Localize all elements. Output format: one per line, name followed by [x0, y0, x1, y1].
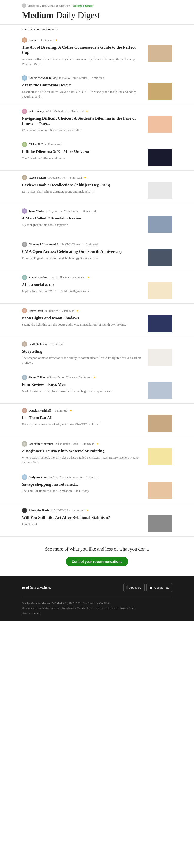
author-3[interactable]: B.R. Shenoy [29, 110, 44, 113]
star-icon-5: ★ [84, 176, 87, 180]
help-center-link[interactable]: Help Center [105, 607, 118, 610]
dot-separator: · [71, 4, 72, 7]
article-title-13[interactable]: A Beginner's Journey into Watercolor Pai… [22, 448, 144, 454]
article-title-14[interactable]: Savage shopping has returned... [22, 482, 144, 487]
dot-9: · [59, 309, 60, 313]
article-card-8[interactable]: Thomas Stokesin UX Collective·5 min read… [0, 271, 194, 304]
article-text-10: StorytellingThe weapon of mass attractio… [22, 349, 144, 365]
careers-link[interactable]: Careers [95, 607, 103, 610]
article-title-12[interactable]: Let Them Eat AI [22, 415, 144, 421]
star-icon-1: ★ [55, 38, 58, 42]
author-8[interactable]: Thomas Stokes [29, 276, 47, 279]
article-thumb-14 [148, 482, 172, 499]
author-11[interactable]: Simon Dillon [29, 376, 45, 379]
author-15[interactable]: Alexander Razin [29, 509, 50, 512]
article-body-9: Neon Lights and Moon ShadowsSeeing the l… [22, 315, 172, 332]
article-title-11[interactable]: Film Review—Enys Men [22, 382, 144, 387]
read-label: Read from anywhere. [22, 586, 51, 590]
article-title-6[interactable]: A Man Called Otto—Film Review [22, 216, 144, 221]
article-thumb-6 [148, 216, 172, 232]
article-title-8[interactable]: AI is a social actor [22, 282, 144, 287]
article-body-4: Infinite Dilemma 3: No More UniversesThe… [22, 149, 172, 166]
article-card-6[interactable]: JamieWritesin Anyone Can Write Online·3 … [0, 204, 194, 237]
article-thumb-12 [148, 415, 172, 432]
publication-3: in The Motherload [45, 110, 67, 113]
article-body-2: Art in the California DesertDesert art i… [22, 83, 172, 99]
article-text-15: Will You Still Like Art After Relational… [22, 515, 144, 527]
article-text-4: Infinite Dilemma 3: No More UniversesThe… [22, 149, 144, 161]
article-title-15[interactable]: Will You Still Like Art After Relational… [22, 515, 144, 520]
article-title-7[interactable]: CMA Open Access: Celebrating Our Fourth … [22, 249, 144, 254]
avatar-12 [22, 408, 27, 413]
author-6[interactable]: JamieWrites [29, 209, 44, 213]
author-9[interactable]: Remy Dean [29, 309, 43, 313]
app-store-button[interactable]:  App Store [123, 583, 145, 592]
avatar-1 [22, 37, 27, 43]
article-title-10[interactable]: Storytelling [22, 349, 144, 354]
articles-list: Elodie·4 min read★The Art of Brewing: A … [0, 33, 194, 536]
cta-button[interactable]: Control your recommendations [66, 557, 128, 566]
article-excerpt-14: The Thrill of Hand-to-Hand Combat on Bla… [22, 489, 144, 493]
dot-3: · [69, 110, 69, 113]
article-excerpt-11: Mark Jenkin's arresting folk horror baff… [22, 389, 144, 394]
article-thumb-7 [148, 249, 172, 266]
cta-section: See more of what you like and less of wh… [0, 536, 194, 577]
article-card-5[interactable]: Reece Beckettin Counter Arts·3 min read★… [0, 171, 194, 204]
author-12[interactable]: Douglas Rushkoff [29, 409, 51, 412]
avatar-4 [22, 142, 27, 147]
article-card-7[interactable]: Cleveland Museum of Artin CMA Thinker·6 … [0, 237, 194, 271]
article-card-14[interactable]: Andy Andersonin Andy Anderson Cartoons·2… [0, 470, 194, 503]
article-card-2[interactable]: Laurie McAodain Kingin BATW Travel Stori… [0, 71, 194, 104]
article-card-13[interactable]: Cendrine Marrouatin The Haiku Shack·2 mi… [0, 437, 194, 470]
article-excerpt-10: The weapon of mass attraction is the abi… [22, 355, 144, 365]
section-label: TODAY'S HIGHLIGHTS [0, 25, 194, 33]
article-title-2[interactable]: Art in the California Desert [22, 83, 144, 88]
article-thumb-9 [148, 315, 172, 332]
read-time-3: 3 min read [71, 110, 84, 113]
article-card-10[interactable]: Scott Galloway·8 min readStorytellingThe… [0, 337, 194, 370]
article-meta-11: Simon Dillonin Simon Dillon Cinema·3 min… [22, 375, 172, 380]
author-4[interactable]: CP Lu, PhD [29, 143, 44, 146]
privacy-link[interactable]: Privacy Policy [120, 607, 135, 610]
avatar-14 [22, 474, 27, 480]
become-member-link[interactable]: Become a member [73, 4, 93, 7]
publication-5: in Counter Arts [47, 176, 65, 180]
article-title-5[interactable]: Review: Rooh's Recollections (Abhijeet D… [22, 182, 144, 188]
star-icon-9: ★ [76, 309, 79, 313]
terms-link[interactable]: Terms of service [22, 611, 39, 614]
article-card-9[interactable]: Remy Deanin Signifier·7 min read★Neon Li… [0, 304, 194, 337]
article-meta-15: Alexander Razinin SHOTGUN·4 min read★ [22, 508, 172, 513]
digest-title: Daily Digest [56, 10, 100, 21]
avatar-9 [22, 308, 27, 313]
article-title-4[interactable]: Infinite Dilemma 3: No More Universes [22, 149, 144, 154]
article-card-12[interactable]: Douglas Rushkoff·3 min read★Let Them Eat… [0, 404, 194, 437]
author-13[interactable]: Cendrine Marrouat [29, 442, 53, 446]
dot-5: · [67, 176, 68, 180]
article-excerpt-6: My thoughts on this book adaptation [22, 222, 144, 227]
author-10[interactable]: Scott Galloway [29, 342, 47, 346]
author-7[interactable]: Cleveland Museum of Art [29, 243, 61, 246]
app-store-label: App Store [129, 586, 141, 589]
author-14[interactable]: Andy Anderson [29, 475, 48, 479]
article-body-5: Review: Rooh's Recollections (Abhijeet D… [22, 182, 172, 199]
article-meta-2: Laurie McAodain Kingin BATW Travel Stori… [22, 75, 172, 81]
article-title-9[interactable]: Neon Lights and Moon Shadows [22, 315, 144, 321]
author-1[interactable]: Elodie [29, 38, 37, 42]
read-time-8: 5 min read [73, 276, 85, 279]
thumb-inner-8 [148, 282, 172, 299]
article-card-1[interactable]: Elodie·4 min read★The Art of Brewing: A … [0, 33, 194, 71]
article-card-4[interactable]: CP Lu, PhD·11 min readInfinite Dilemma 3… [0, 137, 194, 171]
author-2[interactable]: Laurie McAodain King [29, 76, 58, 80]
article-text-2: Art in the California DesertDesert art i… [22, 83, 144, 99]
footer-text: Sent by Medium · Medium, 548 Market St, … [22, 601, 172, 615]
brand-title: Medium [22, 10, 54, 21]
article-card-15[interactable]: Alexander Razinin SHOTGUN·4 min read★Wil… [0, 503, 194, 536]
unsubscribe-link[interactable]: Unsubscribe [22, 607, 35, 610]
article-title-3[interactable]: Navigating Difficult Choices: A Student'… [22, 116, 144, 126]
article-title-1[interactable]: The Art of Brewing: A Coffee Connoisseur… [22, 45, 144, 55]
article-card-3[interactable]: B.R. Shenoyin The Motherload·3 min read★… [0, 104, 194, 137]
author-5[interactable]: Reece Beckett [29, 176, 46, 180]
switch-weekly-link[interactable]: Switch to the Weekly Digest [62, 607, 93, 610]
article-card-11[interactable]: Simon Dillonin Simon Dillon Cinema·3 min… [0, 370, 194, 404]
google-play-button[interactable]: ▶ Google Play [147, 583, 172, 592]
